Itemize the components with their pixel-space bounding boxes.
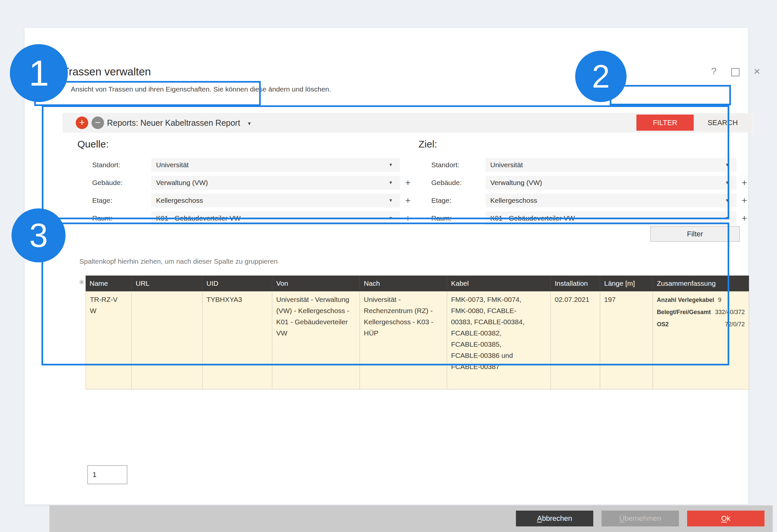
- cell-von: Universität - Verwaltung (VW) - Kellerge…: [272, 291, 360, 390]
- target-raum-label: Raum:: [431, 214, 485, 222]
- summary-row: Anzahl Verlegekabel 9: [657, 294, 745, 306]
- apply-button[interactable]: Übernehmen: [601, 511, 679, 526]
- target-etage-row: Etage: Kellergeschoss ▼ +: [431, 194, 747, 207]
- chevron-down-icon: ▼: [388, 194, 393, 207]
- target-gebaeude-add-button[interactable]: +: [742, 176, 747, 190]
- chevron-down-icon: ▼: [725, 158, 729, 172]
- dialog-title: Trassen verwalten: [63, 66, 151, 78]
- filter-apply-button[interactable]: Filter: [650, 226, 740, 242]
- table-row[interactable]: TR-RZ-VW TYBHXYA3 Universität - Verwaltu…: [86, 291, 749, 390]
- help-button[interactable]: ?: [708, 66, 719, 77]
- cell-zusammenfassung: Anzahl Verlegekabel 9 Belegt/Frei/Gesamt…: [653, 291, 749, 390]
- source-gebaeude-add-button[interactable]: +: [405, 176, 411, 190]
- source-standort-value: Universität: [156, 161, 189, 169]
- trassen-verwalten-dialog: Trassen verwalten Ansicht von Trassen un…: [25, 28, 748, 504]
- target-etage-select[interactable]: Kellergeschoss ▼: [485, 194, 737, 207]
- chevron-down-icon: ▼: [725, 211, 729, 225]
- column-header-uid[interactable]: UID: [203, 276, 272, 291]
- target-etage-value: Kellergeschoss: [490, 197, 537, 204]
- cell-laenge: 197: [600, 291, 653, 390]
- source-etage-value: Kellergeschoss: [156, 197, 203, 204]
- target-standort-value: Universität: [490, 161, 523, 169]
- source-raum-select[interactable]: K01 - Gebäudeverteiler VW ▼: [151, 211, 400, 225]
- source-gebaeude-select[interactable]: Verwaltung (VW) ▼: [151, 176, 400, 190]
- source-etage-select[interactable]: Kellergeschoss ▼: [151, 194, 400, 207]
- source-standort-label: Standort:: [92, 161, 151, 169]
- remove-report-button[interactable]: −: [92, 117, 104, 129]
- page-number-input[interactable]: [87, 465, 127, 484]
- column-header-von[interactable]: Von: [272, 276, 360, 291]
- cell-nach: Universität - Rechenzentrum (RZ) - Kelle…: [360, 291, 447, 390]
- column-header-kabel[interactable]: Kabel: [447, 276, 551, 291]
- tab-filter[interactable]: FILTER: [637, 115, 694, 131]
- source-section-heading: Quelle:: [77, 138, 109, 150]
- target-raum-value: K01 - Gebäudeverteiler VW: [490, 214, 575, 222]
- target-etage-label: Etage:: [431, 197, 485, 204]
- cell-url: [132, 291, 203, 390]
- report-tab-strip: + − Reports: Neuer Kabeltrassen Report ▼…: [63, 113, 754, 133]
- target-standort-label: Standort:: [431, 161, 485, 169]
- column-header-laenge[interactable]: Länge [m]: [600, 276, 653, 291]
- source-etage-label: Etage:: [92, 197, 151, 204]
- source-standort-select[interactable]: Universität ▼: [151, 158, 400, 172]
- target-etage-add-button[interactable]: +: [742, 194, 747, 207]
- source-raum-add-button[interactable]: +: [405, 211, 411, 225]
- minus-icon: −: [95, 117, 101, 128]
- screenshot-stage: Trassen verwalten Ansicht von Trassen un…: [0, 0, 777, 532]
- target-section-heading: Ziel:: [419, 138, 437, 150]
- tab-search[interactable]: SEARCH: [694, 115, 752, 131]
- chevron-down-icon: ▼: [388, 158, 393, 172]
- cell-installation: 02.07.2021: [551, 291, 600, 390]
- target-raum-add-button[interactable]: +: [742, 211, 747, 225]
- dialog-subtitle: Ansicht von Trassen und ihren Eigenschaf…: [71, 85, 331, 93]
- annotation-step-3: 3: [11, 208, 66, 262]
- target-standort-select[interactable]: Universität ▼: [485, 158, 737, 172]
- grid-customize-icon[interactable]: ✳: [79, 278, 85, 287]
- column-header-installation[interactable]: Installation: [551, 276, 600, 291]
- target-standort-row: Standort: Universität ▼: [431, 158, 737, 172]
- report-selector-dropdown[interactable]: Reports: Neuer Kabeltrassen Report ▼: [107, 113, 251, 133]
- target-gebaeude-label: Gebäude:: [431, 179, 485, 187]
- maximize-button[interactable]: [731, 68, 740, 76]
- plus-icon: +: [79, 117, 85, 128]
- cell-kabel: FMK-0073, FMK-0074, FMK-0080, FCABLE-003…: [447, 291, 551, 390]
- close-button[interactable]: ×: [751, 66, 763, 77]
- annotation-step-1: 1: [10, 44, 68, 102]
- source-gebaeude-value: Verwaltung (VW): [156, 179, 208, 186]
- target-raum-select[interactable]: K01 - Gebäudeverteiler VW ▼: [485, 211, 737, 225]
- target-gebaeude-row: Gebäude: Verwaltung (VW) ▼ +: [431, 176, 747, 190]
- source-gebaeude-label: Gebäude:: [92, 179, 151, 187]
- chevron-down-icon: ▼: [725, 194, 729, 207]
- chevron-down-icon: ▼: [388, 176, 393, 190]
- chevron-down-icon: ▼: [388, 211, 393, 225]
- source-etage-row: Etage: Kellergeschoss ▼ +: [92, 194, 411, 207]
- source-raum-row: Raum: K01 - Gebäudeverteiler VW ▼ +: [92, 211, 411, 225]
- report-selector-label: Reports: Neuer Kabeltrassen Report: [107, 118, 240, 127]
- annotation-step-2: 2: [575, 51, 627, 102]
- summary-row: Belegt/Frei/Gesamt 332/40/372: [657, 306, 745, 318]
- chevron-down-icon: ▼: [725, 176, 729, 190]
- source-gebaeude-row: Gebäude: Verwaltung (VW) ▼ +: [92, 176, 411, 190]
- summary-row: OS2 72/0/72: [657, 318, 745, 330]
- column-header-url[interactable]: URL: [132, 276, 203, 291]
- source-etage-add-button[interactable]: +: [405, 194, 411, 207]
- footer-bar: Abbrechen Übernehmen Ok: [49, 505, 773, 532]
- add-report-button[interactable]: +: [76, 117, 88, 129]
- cell-name: TR-RZ-VW: [86, 291, 132, 390]
- source-raum-value: K01 - Gebäudeverteiler VW: [156, 214, 241, 222]
- target-gebaeude-select[interactable]: Verwaltung (VW) ▼: [485, 176, 737, 190]
- grid-header-row: Name URL UID Von Nach Kabel Installation…: [86, 276, 749, 291]
- cell-uid: TYBHXYA3: [203, 291, 272, 390]
- cancel-button[interactable]: Abbrechen: [516, 511, 593, 526]
- group-by-drop-zone[interactable]: Spaltenkopf hierhin ziehen, um nach dies…: [79, 257, 278, 265]
- source-raum-label: Raum:: [92, 214, 151, 222]
- ok-button[interactable]: Ok: [687, 511, 765, 526]
- column-header-zusammenfassung[interactable]: Zusammenfassung: [653, 276, 749, 291]
- target-raum-row: Raum: K01 - Gebäudeverteiler VW ▼ +: [431, 211, 747, 225]
- chevron-down-icon: ▼: [247, 121, 251, 126]
- column-header-name[interactable]: Name: [86, 276, 132, 291]
- source-standort-row: Standort: Universität ▼: [92, 158, 400, 172]
- target-gebaeude-value: Verwaltung (VW): [490, 179, 542, 186]
- column-header-nach[interactable]: Nach: [360, 276, 447, 291]
